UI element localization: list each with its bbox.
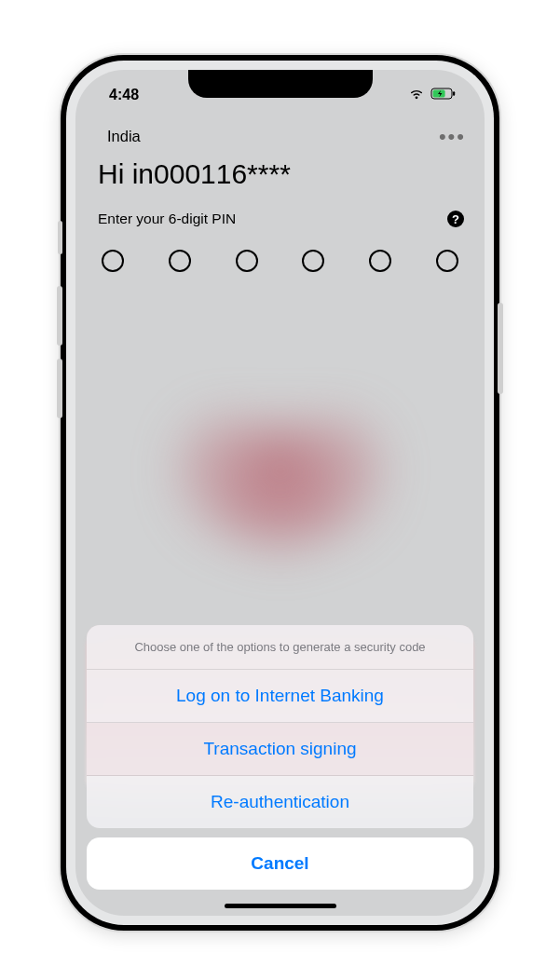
volume-up-button[interactable] — [57, 286, 62, 346]
status-time: 4:48 — [109, 87, 139, 103]
action-sheet: Choose one of the options to generate a … — [87, 625, 473, 890]
more-icon[interactable]: ••• — [439, 132, 466, 142]
home-indicator[interactable] — [225, 904, 336, 908]
pin-dot — [369, 250, 391, 272]
pin-dot — [236, 250, 258, 272]
pin-dot — [169, 250, 191, 272]
help-icon[interactable]: ? — [447, 211, 464, 227]
pin-dot — [436, 250, 458, 272]
option-reauth[interactable]: Re-authentication — [87, 776, 473, 828]
volume-down-button[interactable] — [57, 359, 62, 418]
pin-label: Enter your 6-digit PIN — [98, 211, 236, 227]
screen: 4:48 — [75, 70, 485, 916]
pin-dot — [302, 250, 324, 272]
wifi-icon — [408, 87, 425, 103]
phone-bezel: 4:48 — [66, 61, 494, 925]
blurred-graphic — [159, 349, 402, 554]
pin-dot — [102, 250, 124, 272]
greeting-text: Hi in000116**** — [75, 149, 485, 203]
nav-row: India ••• — [75, 120, 485, 149]
pin-label-row: Enter your 6-digit PIN ? — [75, 203, 485, 235]
action-sheet-list: Choose one of the options to generate a … — [87, 625, 473, 828]
nav-title: India — [107, 128, 141, 145]
notch — [188, 70, 373, 98]
power-button[interactable] — [498, 303, 503, 394]
option-log-on[interactable]: Log on to Internet Banking — [87, 670, 473, 723]
svg-rect-1 — [453, 91, 455, 96]
cancel-button[interactable]: Cancel — [87, 837, 473, 890]
silence-switch[interactable] — [58, 221, 62, 254]
phone-frame: 4:48 — [61, 55, 499, 931]
action-sheet-title: Choose one of the options to generate a … — [87, 625, 473, 670]
status-icons — [408, 87, 457, 103]
battery-icon — [430, 87, 457, 103]
option-transaction[interactable]: Transaction signing — [87, 723, 473, 776]
pin-input[interactable] — [75, 235, 485, 287]
